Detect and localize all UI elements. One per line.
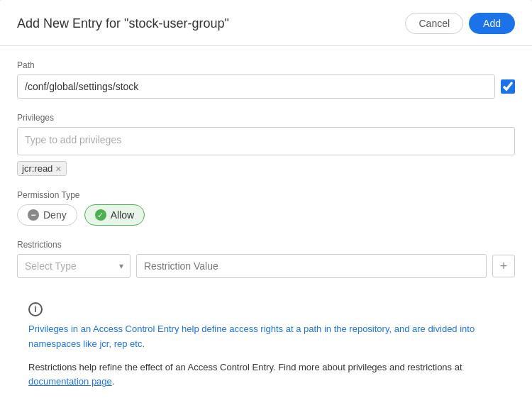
restrictions-row: Select Type + xyxy=(17,254,515,278)
modal-dialog: Add New Entry for "stock-user-group" Can… xyxy=(0,0,532,398)
restrictions-info-text: Restrictions help refine the effect of a… xyxy=(28,360,504,390)
permission-type-group: Permission Type − Deny ✓ Allow xyxy=(17,190,515,226)
path-group: Path xyxy=(17,60,515,99)
allow-icon: ✓ xyxy=(95,209,106,221)
path-label: Path xyxy=(17,60,515,70)
modal-title: Add New Entry for "stock-user-group" xyxy=(17,16,229,31)
privileges-label: Privileges xyxy=(17,113,515,123)
info-section: i Privileges in an Access Control Entry … xyxy=(17,292,515,398)
privilege-tag: jcr:read × xyxy=(17,161,67,176)
cancel-button[interactable]: Cancel xyxy=(405,13,463,34)
deny-label: Deny xyxy=(43,209,67,221)
tag-label: jcr:read xyxy=(22,163,52,174)
plus-icon: + xyxy=(500,259,508,274)
tag-list: jcr:read × xyxy=(17,161,515,176)
info-icon: i xyxy=(28,302,43,316)
modal-header: Add New Entry for "stock-user-group" Can… xyxy=(0,0,532,46)
privileges-group: Privileges Type to add privileges jcr:re… xyxy=(17,113,515,176)
restrictions-group: Restrictions Select Type + xyxy=(17,240,515,278)
path-input[interactable] xyxy=(17,74,495,99)
modal-body: Path Privileges Type to add privileges j… xyxy=(0,46,532,398)
header-buttons: Cancel Add xyxy=(405,13,515,34)
permission-type-label: Permission Type xyxy=(17,190,515,200)
restriction-value-input[interactable] xyxy=(136,254,487,278)
privileges-placeholder: Type to add privileges xyxy=(25,134,121,145)
privileges-info-span: Privileges in an Access Control Entry he… xyxy=(28,324,475,349)
permission-type-row: − Deny ✓ Allow xyxy=(17,204,515,226)
select-type[interactable]: Select Type xyxy=(17,254,131,278)
path-row xyxy=(17,74,515,99)
documentation-link[interactable]: documentation page xyxy=(28,376,112,387)
restrictions-label: Restrictions xyxy=(17,240,515,250)
allow-label: Allow xyxy=(111,209,134,221)
deny-icon: − xyxy=(28,209,39,221)
add-restriction-button[interactable]: + xyxy=(492,255,515,277)
privileges-info-text: Privileges in an Access Control Entry he… xyxy=(28,322,504,352)
allow-button[interactable]: ✓ Allow xyxy=(84,204,145,226)
privileges-input-box: Type to add privileges xyxy=(17,127,515,155)
select-type-wrapper: Select Type xyxy=(17,254,131,278)
add-button[interactable]: Add xyxy=(469,13,515,34)
info-icon-row: i xyxy=(28,302,504,316)
period: . xyxy=(112,376,115,387)
path-checkbox[interactable] xyxy=(501,79,515,94)
deny-button[interactable]: − Deny xyxy=(17,204,77,226)
tag-remove-button[interactable]: × xyxy=(55,164,61,174)
